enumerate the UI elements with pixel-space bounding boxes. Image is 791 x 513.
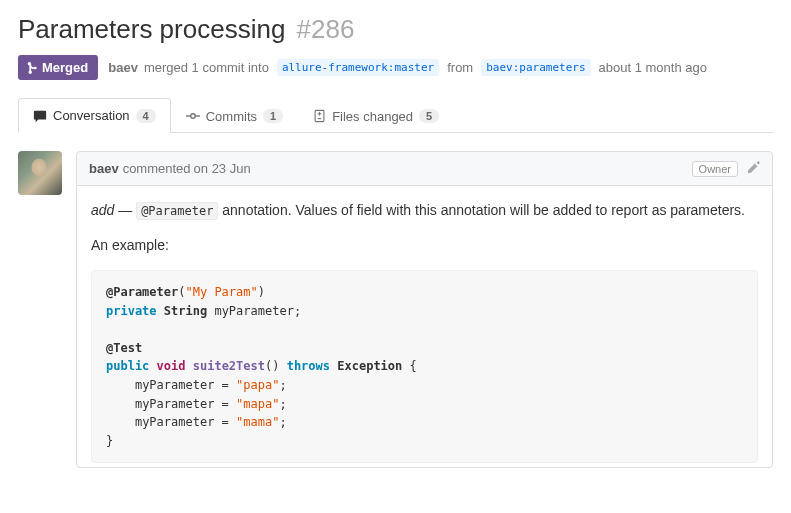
title-main: Parameters processing	[18, 14, 285, 44]
comment-icon	[33, 109, 47, 123]
diff-icon	[313, 109, 326, 123]
svg-point-0	[190, 114, 195, 119]
comment-body: add — @Parameter annotation. Values of f…	[77, 186, 772, 467]
head-branch[interactable]: baev:parameters	[481, 59, 590, 76]
merge-meta: Merged baev merged 1 commit into allure-…	[18, 55, 773, 80]
avatar[interactable]	[18, 151, 62, 195]
tabs: Conversation 4 Commits 1 Files changed 5	[18, 98, 773, 133]
state-badge-merged: Merged	[18, 55, 98, 80]
comment-author[interactable]: baev	[89, 161, 119, 176]
svg-rect-3	[315, 110, 324, 121]
files-count: 5	[419, 109, 439, 123]
tab-files[interactable]: Files changed 5	[298, 98, 454, 133]
conversation-count: 4	[136, 109, 156, 123]
edit-icon[interactable]	[748, 160, 760, 177]
comment-box: baev commented on 23 Jun Owner add — @Pa…	[76, 151, 773, 468]
issue-number: #286	[297, 14, 355, 44]
inline-code-parameter: @Parameter	[136, 202, 218, 220]
commit-icon	[186, 109, 200, 123]
base-branch[interactable]: allure-framework:master	[277, 59, 439, 76]
merge-icon	[26, 61, 38, 75]
tab-commits[interactable]: Commits 1	[171, 98, 298, 133]
comment-header: baev commented on 23 Jun Owner	[77, 152, 772, 186]
code-block: @Parameter("My Param") private String my…	[91, 270, 758, 463]
owner-badge: Owner	[692, 161, 738, 177]
merge-actor[interactable]: baev	[108, 60, 138, 75]
tab-conversation[interactable]: Conversation 4	[18, 98, 171, 133]
page-title: Parameters processing #286	[18, 14, 773, 45]
commits-count: 1	[263, 109, 283, 123]
